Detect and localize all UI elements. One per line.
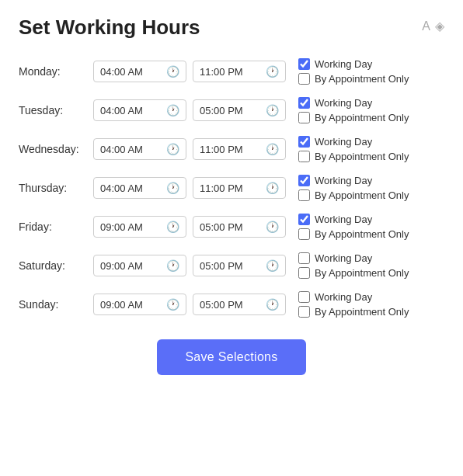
working-day-label-saturday[interactable]: Working Day: [298, 252, 409, 264]
clock-icon-end-wednesday[interactable]: 🕐: [266, 143, 279, 155]
working-day-label-friday[interactable]: Working Day: [298, 214, 409, 225]
by-appointment-label-wednesday[interactable]: By Appointment Only: [298, 151, 409, 162]
start-time-input-thursday[interactable]: [100, 182, 166, 194]
by-appointment-label-monday[interactable]: By Appointment Only: [298, 73, 409, 85]
by-appointment-label-saturday[interactable]: By Appointment Only: [298, 267, 409, 279]
by-appointment-checkbox-saturday[interactable]: [298, 267, 310, 279]
day-label-monday: Monday:: [19, 65, 87, 78]
by-appointment-checkbox-wednesday[interactable]: [298, 151, 310, 162]
end-time-wrapper-tuesday: 🕐: [193, 99, 286, 121]
by-appointment-text-sunday: By Appointment Only: [315, 306, 409, 318]
working-day-text-thursday: Working Day: [315, 175, 372, 186]
start-time-input-sunday[interactable]: [100, 299, 166, 311]
by-appointment-checkbox-thursday[interactable]: [298, 189, 310, 201]
checkboxes-thursday: Working Day By Appointment Only: [298, 175, 409, 201]
save-button-wrapper: Save Selections: [19, 339, 444, 375]
clock-icon-start-monday[interactable]: 🕐: [166, 65, 179, 78]
day-row-wednesday: Wednesday: 🕐 🕐 Working Day By Appointmen…: [19, 136, 444, 162]
working-day-checkbox-tuesday[interactable]: [298, 97, 310, 109]
checkboxes-tuesday: Working Day By Appointment Only: [298, 97, 409, 123]
by-appointment-text-tuesday: By Appointment Only: [315, 112, 409, 123]
by-appointment-text-thursday: By Appointment Only: [315, 189, 409, 201]
end-time-input-sunday[interactable]: [200, 299, 266, 311]
clock-icon-end-sunday[interactable]: 🕐: [266, 298, 279, 311]
start-time-input-saturday[interactable]: [100, 260, 166, 272]
by-appointment-text-saturday: By Appointment Only: [315, 267, 409, 279]
working-day-label-sunday[interactable]: Working Day: [298, 291, 409, 303]
clock-icon-start-friday[interactable]: 🕐: [166, 221, 179, 233]
by-appointment-checkbox-friday[interactable]: [298, 228, 310, 240]
clock-icon-start-tuesday[interactable]: 🕐: [166, 104, 179, 116]
start-time-wrapper-thursday: 🕐: [93, 177, 186, 199]
working-day-checkbox-wednesday[interactable]: [298, 136, 310, 148]
day-row-monday: Monday: 🕐 🕐 Working Day By Appointment O…: [19, 58, 444, 85]
working-day-text-saturday: Working Day: [315, 252, 372, 264]
working-day-label-wednesday[interactable]: Working Day: [298, 136, 409, 148]
day-row-friday: Friday: 🕐 🕐 Working Day By Appointment O…: [19, 214, 444, 240]
clock-icon-end-monday[interactable]: 🕐: [266, 65, 279, 78]
clock-icon-start-thursday[interactable]: 🕐: [166, 182, 179, 194]
clock-icon-start-sunday[interactable]: 🕐: [166, 298, 179, 311]
start-time-input-wednesday[interactable]: [100, 144, 166, 155]
working-day-checkbox-monday[interactable]: [298, 58, 310, 70]
start-time-input-monday[interactable]: [100, 66, 166, 78]
end-time-wrapper-monday: 🕐: [193, 61, 286, 82]
working-day-checkbox-friday[interactable]: [298, 214, 310, 225]
end-time-wrapper-friday: 🕐: [193, 216, 286, 238]
working-day-text-sunday: Working Day: [315, 291, 372, 303]
start-time-wrapper-friday: 🕐: [93, 216, 186, 238]
end-time-wrapper-wednesday: 🕐: [193, 138, 286, 160]
help-icon[interactable]: ◈: [435, 19, 444, 33]
clock-icon-end-saturday[interactable]: 🕐: [266, 259, 279, 272]
start-time-wrapper-wednesday: 🕐: [93, 138, 186, 160]
working-day-text-wednesday: Working Day: [315, 136, 372, 148]
start-time-input-tuesday[interactable]: [100, 105, 166, 116]
end-time-wrapper-thursday: 🕐: [193, 177, 286, 199]
by-appointment-label-sunday[interactable]: By Appointment Only: [298, 306, 409, 318]
working-day-text-friday: Working Day: [315, 214, 372, 225]
checkboxes-wednesday: Working Day By Appointment Only: [298, 136, 409, 162]
checkboxes-sunday: Working Day By Appointment Only: [298, 291, 409, 318]
day-label-sunday: Sunday:: [19, 298, 87, 311]
by-appointment-text-monday: By Appointment Only: [315, 73, 409, 85]
end-time-input-tuesday[interactable]: [200, 105, 266, 116]
day-label-tuesday: Tuesday:: [19, 104, 87, 116]
checkboxes-saturday: Working Day By Appointment Only: [298, 252, 409, 279]
day-row-sunday: Sunday: 🕐 🕐 Working Day By Appointment O…: [19, 291, 444, 318]
start-time-input-friday[interactable]: [100, 221, 166, 233]
working-day-label-thursday[interactable]: Working Day: [298, 175, 409, 186]
working-day-label-tuesday[interactable]: Working Day: [298, 97, 409, 109]
by-appointment-checkbox-monday[interactable]: [298, 73, 310, 85]
end-time-input-thursday[interactable]: [200, 182, 266, 194]
start-time-wrapper-saturday: 🕐: [93, 255, 186, 276]
save-button[interactable]: Save Selections: [157, 339, 305, 375]
font-icon[interactable]: A: [422, 19, 430, 33]
page-title: Set Working Hours: [19, 16, 200, 40]
working-day-checkbox-sunday[interactable]: [298, 291, 310, 303]
clock-icon-end-thursday[interactable]: 🕐: [266, 182, 279, 194]
clock-icon-end-friday[interactable]: 🕐: [266, 221, 279, 233]
day-label-thursday: Thursday:: [19, 182, 87, 194]
by-appointment-label-tuesday[interactable]: By Appointment Only: [298, 112, 409, 123]
by-appointment-checkbox-sunday[interactable]: [298, 306, 310, 318]
working-day-text-tuesday: Working Day: [315, 97, 372, 109]
by-appointment-label-thursday[interactable]: By Appointment Only: [298, 189, 409, 201]
start-time-wrapper-tuesday: 🕐: [93, 99, 186, 121]
clock-icon-start-saturday[interactable]: 🕐: [166, 259, 179, 272]
working-day-text-monday: Working Day: [315, 58, 372, 70]
clock-icon-start-wednesday[interactable]: 🕐: [166, 143, 179, 155]
working-day-label-monday[interactable]: Working Day: [298, 58, 409, 70]
end-time-input-friday[interactable]: [200, 221, 266, 233]
by-appointment-label-friday[interactable]: By Appointment Only: [298, 228, 409, 240]
by-appointment-text-wednesday: By Appointment Only: [315, 151, 409, 162]
end-time-input-saturday[interactable]: [200, 260, 266, 272]
day-row-saturday: Saturday: 🕐 🕐 Working Day By Appointment…: [19, 252, 444, 279]
working-day-checkbox-thursday[interactable]: [298, 175, 310, 186]
clock-icon-end-tuesday[interactable]: 🕐: [266, 104, 279, 116]
by-appointment-text-friday: By Appointment Only: [315, 228, 409, 240]
end-time-input-wednesday[interactable]: [200, 144, 266, 155]
end-time-input-monday[interactable]: [200, 66, 266, 78]
day-row-tuesday: Tuesday: 🕐 🕐 Working Day By Appointment …: [19, 97, 444, 123]
by-appointment-checkbox-tuesday[interactable]: [298, 112, 310, 123]
working-day-checkbox-saturday[interactable]: [298, 252, 310, 264]
